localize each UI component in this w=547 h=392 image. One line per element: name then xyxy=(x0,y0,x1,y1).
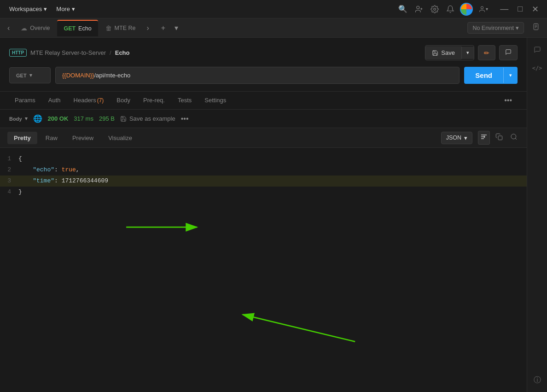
resp-tab-visualize[interactable]: Visualize xyxy=(102,132,139,144)
add-user-button[interactable] xyxy=(413,3,425,15)
edit-button[interactable]: ✏ xyxy=(478,45,495,60)
workspaces-label: Workspaces xyxy=(9,6,42,12)
user-menu-button[interactable]: ▾ xyxy=(477,4,490,15)
code-time-line: "time": 1712766344609 xyxy=(18,176,108,186)
request-tabs: Params Auth Headers(7) Body Pre-req. Tes… xyxy=(0,92,527,110)
search-response-button[interactable] xyxy=(508,131,519,144)
breadcrumb-sep: / xyxy=(110,49,111,56)
method-selector[interactable]: GET ▾ xyxy=(9,67,51,83)
send-button-group: Send ▾ xyxy=(464,67,518,84)
tab-mte-icon: 🗑 xyxy=(105,24,112,32)
search-button[interactable]: 🔍 xyxy=(396,3,409,15)
tab-prereq[interactable]: Pre-req. xyxy=(138,92,170,109)
body-label: Body xyxy=(9,116,22,122)
http-badge: HTTP xyxy=(9,49,27,57)
tab-params[interactable]: Params xyxy=(9,92,41,109)
headers-label: Headers xyxy=(74,97,96,104)
maximize-button[interactable]: □ xyxy=(515,3,525,15)
environment-selector[interactable]: No Environment ▾ xyxy=(467,22,524,34)
response-header: Body ▾ 🌐 200 OK 317 ms 295 B Save as exa… xyxy=(0,110,527,128)
tab-overview-icon: ☁ xyxy=(21,24,27,32)
sidebar-info-icon[interactable]: ⓘ xyxy=(529,372,546,388)
tab-settings[interactable]: Settings xyxy=(199,92,232,109)
content-area: HTTP MTE Relay Server-to-Server / Echo S… xyxy=(0,38,527,392)
add-tab-button[interactable]: + xyxy=(157,22,169,34)
tab-headers[interactable]: Headers(7) xyxy=(68,92,110,109)
request-area: HTTP MTE Relay Server-to-Server / Echo S… xyxy=(0,38,527,92)
headers-badge: (7) xyxy=(97,97,104,104)
resp-tab-raw[interactable]: Raw xyxy=(39,132,64,144)
tab-echo[interactable]: GET Echo xyxy=(57,20,98,36)
close-button[interactable]: ✕ xyxy=(529,3,541,15)
resp-tab-pretty[interactable]: Pretty xyxy=(7,132,37,144)
method-label: GET xyxy=(16,73,27,78)
response-tabs-bar: Pretty Raw Preview Visualize JSON ▾ xyxy=(0,128,527,148)
code-echo-line: "echo": true, xyxy=(18,165,80,175)
method-chevron: ▾ xyxy=(29,72,32,78)
copy-button[interactable] xyxy=(494,131,505,144)
code-line-3: 3 "time": 1712766344609 xyxy=(0,176,527,187)
sidebar-comment-icon[interactable] xyxy=(529,41,546,58)
comment-button[interactable] xyxy=(499,45,518,60)
code-brace-open: { xyxy=(18,154,22,164)
avatar xyxy=(460,3,473,16)
tab-overview-label: Overvie xyxy=(30,25,50,31)
tab-body[interactable]: Body xyxy=(111,92,136,109)
settings-button[interactable] xyxy=(429,3,441,15)
save-button[interactable]: Save xyxy=(425,46,461,59)
response-time: 317 ms xyxy=(74,115,93,122)
svg-point-4 xyxy=(481,6,483,9)
tab-echo-label: Echo xyxy=(78,25,92,32)
body-chevron: ▾ xyxy=(25,116,28,122)
title-bar-left: Workspaces ▾ More ▾ xyxy=(6,4,396,14)
format-selector[interactable]: JSON ▾ xyxy=(441,132,472,144)
json-key-time: "time" xyxy=(33,177,54,184)
code-line-2: 2 "echo": true, xyxy=(0,164,527,176)
svg-rect-12 xyxy=(498,136,502,140)
line-num-1: 1 xyxy=(0,154,18,164)
main-layout: HTTP MTE Relay Server-to-Server / Echo S… xyxy=(0,38,547,392)
sidebar-code-icon[interactable]: </> xyxy=(529,60,546,76)
more-tabs-button[interactable]: ▾ xyxy=(171,22,182,34)
svg-point-0 xyxy=(417,6,419,9)
more-button[interactable]: More ▾ xyxy=(52,4,79,14)
req-tab-more-button[interactable]: ••• xyxy=(499,92,518,109)
save-button-group: Save ▾ xyxy=(425,45,474,60)
response-more-button[interactable]: ••• xyxy=(181,115,189,123)
tab-prev-button[interactable]: ‹ xyxy=(4,22,13,34)
tab-auth[interactable]: Auth xyxy=(43,92,66,109)
workspaces-button[interactable]: Workspaces ▾ xyxy=(6,4,51,14)
history-button[interactable] xyxy=(529,21,543,35)
svg-rect-5 xyxy=(534,23,538,29)
code-line-4: 4 } xyxy=(0,187,527,198)
send-dropdown-button[interactable]: ▾ xyxy=(503,68,518,83)
url-input[interactable]: {{DOMAIN}}/api/mte-echo xyxy=(55,67,460,84)
tab-mte-re[interactable]: 🗑 MTE Re xyxy=(99,20,142,36)
response-tools xyxy=(478,131,519,145)
notifications-button[interactable] xyxy=(444,3,456,15)
save-example-button[interactable]: Save as example xyxy=(120,115,175,122)
right-sidebar: </> ⓘ xyxy=(527,38,547,392)
tab-next-button[interactable]: › xyxy=(143,22,152,34)
svg-point-13 xyxy=(511,134,516,139)
wrap-button[interactable] xyxy=(478,131,490,145)
minimize-button[interactable]: — xyxy=(497,3,511,15)
env-label: No Environment xyxy=(472,25,514,31)
globe-icon: 🌐 xyxy=(33,114,42,123)
response-size: 295 B xyxy=(99,115,115,122)
resp-tab-preview[interactable]: Preview xyxy=(66,132,100,144)
tab-overview[interactable]: ☁ Overvie xyxy=(14,20,56,36)
line-num-4: 4 xyxy=(0,187,18,197)
request-toolbar-right: Save ▾ ✏ xyxy=(425,45,518,60)
status-code: 200 OK xyxy=(48,115,69,122)
format-label: JSON xyxy=(446,135,461,141)
tab-echo-method: GET xyxy=(64,25,76,32)
body-selector[interactable]: Body ▾ xyxy=(9,116,28,122)
svg-line-14 xyxy=(515,138,517,140)
send-button[interactable]: Send xyxy=(464,67,503,84)
tab-tests[interactable]: Tests xyxy=(172,92,197,109)
save-dropdown-button[interactable]: ▾ xyxy=(461,47,474,59)
code-brace-close: } xyxy=(18,187,22,197)
breadcrumb: HTTP MTE Relay Server-to-Server / Echo S… xyxy=(9,45,518,60)
env-chevron: ▾ xyxy=(516,24,519,31)
